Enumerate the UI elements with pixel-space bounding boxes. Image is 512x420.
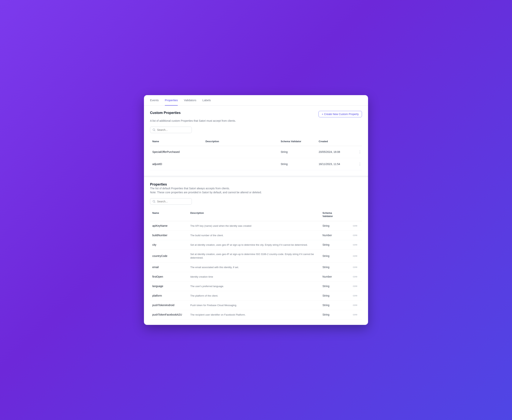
cell-created-specialoffer: 20/05/2024, 16:08 xyxy=(316,147,354,157)
table-row: countryCode Set at identity creation, us… xyxy=(150,250,362,262)
cell-badge-platform: core xyxy=(351,291,362,300)
custom-properties-title-text: Custom Properties xyxy=(150,111,181,115)
cell-schema-pushtokenfacebook: String xyxy=(320,310,351,319)
cell-actions-specialoffer: ⋮ xyxy=(354,146,362,158)
cell-desc-apikeyname: The API key (name) used when the identit… xyxy=(188,221,320,231)
cell-name-pushtokenandroid: pushTokenAndroid xyxy=(150,300,188,310)
col-header-created-custom: Created xyxy=(316,139,354,144)
cell-desc-countrycode: Set at identity creation, uses geo-IP at… xyxy=(188,250,320,262)
cell-badge-language: core xyxy=(351,282,362,291)
properties-subtitle: The list of default Properties that Sato… xyxy=(150,187,362,195)
properties-section: Properties The list of default Propertie… xyxy=(144,176,368,325)
cell-name-language: language xyxy=(150,282,188,291)
cell-name-email: email xyxy=(150,262,188,272)
search-icon xyxy=(152,128,156,131)
cell-schema-adjustid: String xyxy=(279,159,316,169)
svg-line-1 xyxy=(155,130,155,131)
cell-desc-specialoffer xyxy=(203,150,279,155)
cell-schema-language: String xyxy=(320,282,351,291)
tab-labels[interactable]: Labels xyxy=(203,95,211,105)
cell-name-pushtokenfacebook: pushTokenFacebookA2U xyxy=(150,310,188,319)
cell-schema-platform: String xyxy=(320,291,351,300)
table-row: buildNumber The build number of the clie… xyxy=(150,231,362,240)
properties-table: Name Description Schema Validator apiKey… xyxy=(150,209,362,320)
col-header-name-props: Name xyxy=(150,210,188,219)
properties-search-input[interactable] xyxy=(157,200,189,203)
cell-desc-pushtokenandroid: Push token for Firebase Cloud Messaging. xyxy=(188,301,320,310)
cell-badge-city: core xyxy=(351,240,362,249)
cell-badge-apikeyname: core xyxy=(351,221,362,230)
cell-schema-city: String xyxy=(320,240,351,249)
cell-badge-pushtokenfacebook: core xyxy=(351,310,362,319)
table-row: pushTokenFacebookA2U The recipient user … xyxy=(150,310,362,320)
dots-menu-specialoffer[interactable]: ⋮ xyxy=(357,149,360,155)
cell-name-specialoffer: SpecialOfferPurchased xyxy=(150,147,203,157)
cell-desc-city: Set at identity creation, uses geo-IP at… xyxy=(188,240,320,249)
tab-properties[interactable]: Properties xyxy=(165,95,178,105)
table-row: SpecialOfferPurchased String 20/05/2024,… xyxy=(150,146,362,158)
create-custom-property-button[interactable]: + Create New Custom Property xyxy=(318,111,362,117)
custom-properties-section: Custom Properties + Create New Custom Pr… xyxy=(144,105,368,176)
custom-properties-title: Custom Properties xyxy=(150,111,181,115)
cell-name-adjustid: adjustID xyxy=(150,159,203,169)
cell-name-firstopen: firstOpen xyxy=(150,272,188,281)
cell-name-platform: platform xyxy=(150,291,188,300)
cell-desc-adjustid xyxy=(203,162,279,167)
col-header-badge-props xyxy=(351,210,362,219)
dots-menu-adjustid[interactable]: ⋮ xyxy=(357,161,360,167)
cell-name-countrycode: countryCode xyxy=(150,251,188,261)
search-icon-properties xyxy=(152,200,156,203)
table-row: firstOpen Identity creation time Number … xyxy=(150,272,362,282)
cell-desc-email: The email associated with this identity,… xyxy=(188,263,320,272)
table-row: apiKeyName The API key (name) used when … xyxy=(150,221,362,231)
cell-desc-language: The user's preferred language. xyxy=(188,282,320,291)
cell-schema-pushtokenandroid: String xyxy=(320,300,351,310)
cell-schema-email: String xyxy=(320,262,351,272)
col-header-schema-custom: Schema Validator xyxy=(279,139,316,144)
cell-schema-countrycode: String xyxy=(320,251,351,261)
cell-created-adjustid: 16/11/2023, 11:54 xyxy=(316,159,354,169)
cell-schema-apikeyname: String xyxy=(320,221,351,231)
cell-badge-email: core xyxy=(351,263,362,271)
cell-desc-buildnumber: The build number of the client. xyxy=(188,231,320,240)
cell-schema-buildnumber: Number xyxy=(320,231,351,240)
col-header-name-custom: Name xyxy=(150,139,203,144)
col-header-description-props: Description xyxy=(188,210,320,219)
custom-properties-table: Name Description Schema Validator Create… xyxy=(150,137,362,170)
svg-line-3 xyxy=(155,202,155,203)
cell-badge-firstopen: core xyxy=(351,272,362,281)
table-row: pushTokenAndroid Push token for Firebase… xyxy=(150,300,362,310)
cell-schema-firstopen: Number xyxy=(320,272,351,281)
table-row: email The email associated with this ide… xyxy=(150,262,362,272)
properties-search-box[interactable] xyxy=(150,198,192,205)
col-header-description-custom: Description xyxy=(203,139,279,144)
properties-table-header: Name Description Schema Validator xyxy=(150,209,362,221)
col-header-actions-custom xyxy=(354,139,362,144)
cell-desc-pushtokenfacebook: The recipient user identifier on Faceboo… xyxy=(188,310,320,319)
table-row: language The user's preferred language. … xyxy=(150,282,362,291)
tabs-bar: Events Properties Validators Labels xyxy=(144,95,368,105)
cell-badge-pushtokenandroid: core xyxy=(351,301,362,309)
main-container: Events Properties Validators Labels Cust… xyxy=(144,95,368,325)
cell-desc-firstopen: Identity creation time xyxy=(188,272,320,281)
table-row: adjustID String 16/11/2023, 11:54 ⋮ xyxy=(150,158,362,170)
cell-name-city: city xyxy=(150,240,188,249)
cell-schema-specialoffer: String xyxy=(279,147,316,157)
properties-title: Properties xyxy=(150,182,362,187)
cell-name-apikeyname: apiKeyName xyxy=(150,221,188,231)
custom-properties-subtitle: A list of additional custom Properties t… xyxy=(150,119,362,123)
table-row: platform The platform of the client. Str… xyxy=(150,291,362,300)
col-header-schema-props: Schema Validator xyxy=(320,210,351,219)
custom-properties-table-header: Name Description Schema Validator Create… xyxy=(150,137,362,146)
cell-name-buildnumber: buildNumber xyxy=(150,231,188,240)
cell-badge-buildnumber: core xyxy=(351,231,362,240)
custom-properties-header: Custom Properties + Create New Custom Pr… xyxy=(150,111,362,117)
tab-validators[interactable]: Validators xyxy=(184,95,196,105)
custom-properties-search-input[interactable] xyxy=(157,128,189,131)
table-row: city Set at identity creation, uses geo-… xyxy=(150,240,362,250)
cell-badge-countrycode: core xyxy=(351,252,362,260)
cell-actions-adjustid: ⋮ xyxy=(354,158,362,170)
tab-events[interactable]: Events xyxy=(150,95,159,105)
custom-properties-search-box[interactable] xyxy=(150,127,192,133)
cell-desc-platform: The platform of the client. xyxy=(188,291,320,300)
